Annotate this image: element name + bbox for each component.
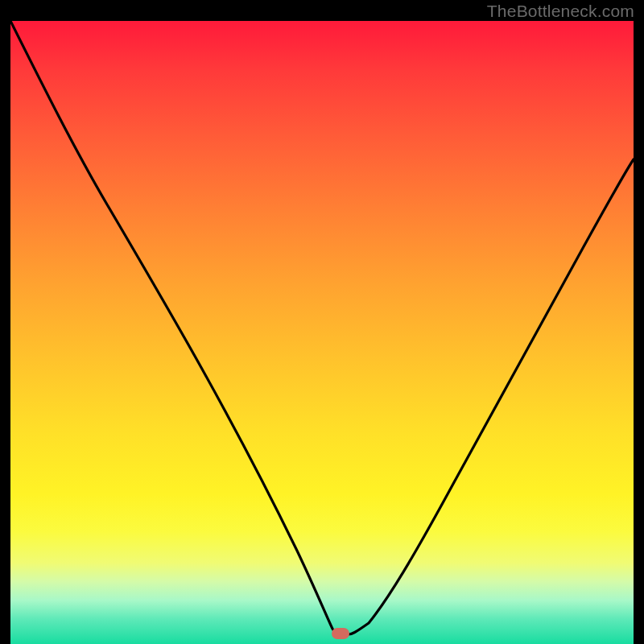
watermark-text: TheBottleneck.com: [487, 2, 634, 21]
bottleneck-curve: [10, 21, 634, 644]
chart-frame: [10, 21, 634, 644]
optimal-marker: [332, 628, 349, 639]
curve-path: [10, 21, 634, 634]
